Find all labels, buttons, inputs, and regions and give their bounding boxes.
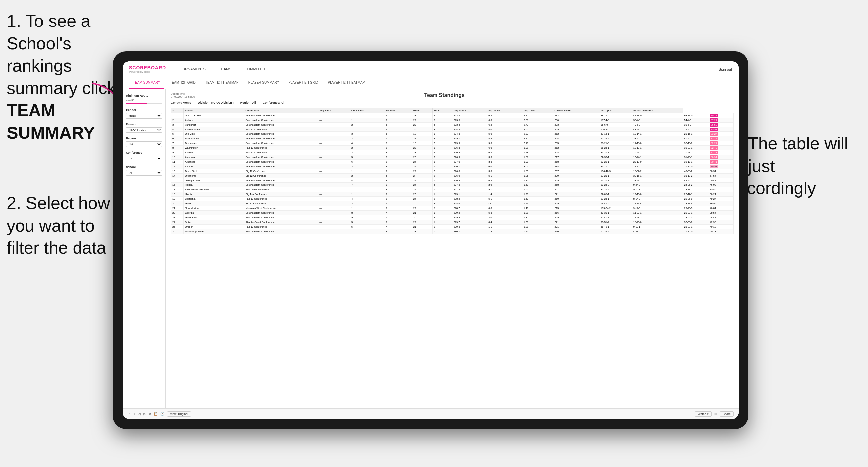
table-cell: 9-19-1 [631,224,683,229]
instruction-1-bold: TEAM SUMMARY [7,101,95,143]
table-cell: 66-42-1 [599,224,631,229]
table-cell: 280.7 [452,229,486,234]
table-cell: 82.13 [708,150,734,155]
region-filter-label: Region: All [241,101,256,104]
update-time: Update time: 27/03/2024 16:56:26 [170,92,195,98]
table-cell: 3 [350,132,384,136]
subnav-team-h2h-grid[interactable]: TEAM H2H GRID [166,77,200,89]
forward-icon[interactable]: ▷ [144,412,146,416]
table-cell: 260 [553,197,599,201]
layout-icon[interactable]: ⊞ [714,412,717,416]
table-cell: 9 [350,215,384,220]
redo-icon[interactable]: ↪ [133,412,135,416]
filter-region-select[interactable]: N/A [126,142,162,147]
table-cell: — [318,215,350,220]
table-cell: 274.8 [452,132,486,136]
table-cell: Southeastern Conference [244,118,318,123]
filter-division-select[interactable]: NCAA Division I [126,127,162,133]
table-cell: 8-14-0 [631,197,683,201]
table-cell: 1.85 [522,169,553,174]
table-cell: 215 [553,206,599,211]
table-cell: 82-28-1 [599,160,631,164]
table-cell: Oregon [183,224,244,229]
table-cell: 80.71 [708,160,734,164]
table-cell: 3 [171,123,184,127]
table-cell: 24 [412,183,432,187]
table-header-row: # School Conference Avg Rank Conf Rank N… [171,108,734,113]
table-cell: — [318,169,350,174]
filter-conference-select[interactable]: (All) [126,156,162,161]
table-cell: 2.20 [522,136,553,141]
table-cell: 5 [350,220,384,224]
nav-item-tournaments[interactable]: TOURNAMENTS [176,61,207,77]
table-cell: 8 [384,146,412,150]
subnav-player-h2h-heatmap[interactable]: PLAYER H2H HEATMAP [324,77,369,89]
table-cell: 38-17-1 [683,160,708,164]
table-cell: 255 [553,141,599,146]
table-cell: 61-21-0 [599,141,631,146]
table-row: 24DukeAtlantic Coast Conference—59271279… [171,220,734,224]
table-cell: 8 [432,201,452,206]
table-cell: 13-24-1 [631,155,683,160]
table-cell: 7 [412,201,432,206]
table-cell: 59-41-4 [599,201,631,206]
table-cell: 3 [432,155,452,160]
copy-icon[interactable]: ⧉ [149,412,151,416]
subnav-team-h2h-heatmap[interactable]: TEAM H2H HEATMAP [202,77,243,89]
undo-icon[interactable]: ↩ [127,412,130,416]
filter-minimum-label: Minimum Rou... [126,94,162,97]
sidebar: Minimum Rou... 4 — 30 Gender Men's Divis… [123,89,165,408]
filter-school-select[interactable]: (All) [126,170,162,176]
back-icon[interactable]: ◁ [138,412,141,416]
table-row: 10AlabamaSoutheastern Conference—5823327… [171,155,734,160]
table-cell: 85.58 [708,127,734,132]
range-slider[interactable] [126,103,162,104]
subnav-team-summary[interactable]: TEAM SUMMARY [129,77,164,89]
nav-item-teams[interactable]: TEAMS [217,61,233,77]
clock-icon[interactable]: 🕐 [160,412,164,416]
share-button[interactable]: Share [720,411,734,417]
table-row: 13Texas TechBig 12 Conference—19272276.0… [171,169,734,174]
table-cell: Oklahoma [183,174,244,178]
col-avg-to-par: Avg. to Par [486,108,522,113]
watch-button[interactable]: Watch ▾ [695,411,712,417]
table-cell: Mississippi State [183,229,244,234]
table-cell: 278.6 [452,201,486,206]
table-cell: 1.30 [522,215,553,220]
table-row: 14OklahomaBig 12 Conference—2422276.9-5.… [171,174,734,178]
table-row: 22GeorgiaSoutheastern Conference—8721127… [171,211,734,215]
table-cell: 209 [553,174,599,178]
table-area: Update time: 27/03/2024 16:56:26 Team St… [165,89,739,408]
table-cell: 19 [171,197,184,201]
table-cell: 8 [432,215,452,220]
filter-gender-select[interactable]: Men's [126,113,162,119]
table-cell: 10 [384,215,412,220]
table-cell: 109-24-2 [599,206,631,211]
table-cell: Southern Conference [244,187,318,192]
table-cell: 2 [432,141,452,146]
table-cell: 221 [553,220,599,224]
subnav-player-summary[interactable]: PLAYER SUMMARY [244,77,283,89]
table-cell: 38.54 [708,211,734,215]
subnav-player-h2h-grid[interactable]: PLAYER H2H GRID [284,77,322,89]
nav-item-committee[interactable]: COMMITTEE [243,61,268,77]
table-row: 23Texas A&MSoutheastern Conference—91030… [171,215,734,220]
table-cell: 9 [384,192,412,197]
view-original-button[interactable]: View: Original [167,411,191,417]
table-cell: 40-38-2 [683,169,708,174]
table-cell: 30-4-0 [631,118,683,123]
paste-icon[interactable]: 📋 [154,412,158,416]
table-cell: 23 [412,192,432,197]
table-cell: 30-23-1 [683,150,708,155]
table-cell: 10 [171,155,184,160]
table-cell: 1.98 [522,150,553,155]
sign-out[interactable]: | Sign out [717,67,732,71]
table-cell: 10 [350,229,384,234]
table-cell: 1.85 [522,178,553,183]
table-cell: 274.2 [452,127,486,132]
table-cell: 8 [384,150,412,155]
table-cell: 18 [412,132,432,136]
navbar: SCOREBOARD Powered by clippi TOURNAMENTS… [123,61,739,77]
table-cell: 35.86 [708,187,734,192]
table-cell: Southeastern Conference [244,229,318,234]
